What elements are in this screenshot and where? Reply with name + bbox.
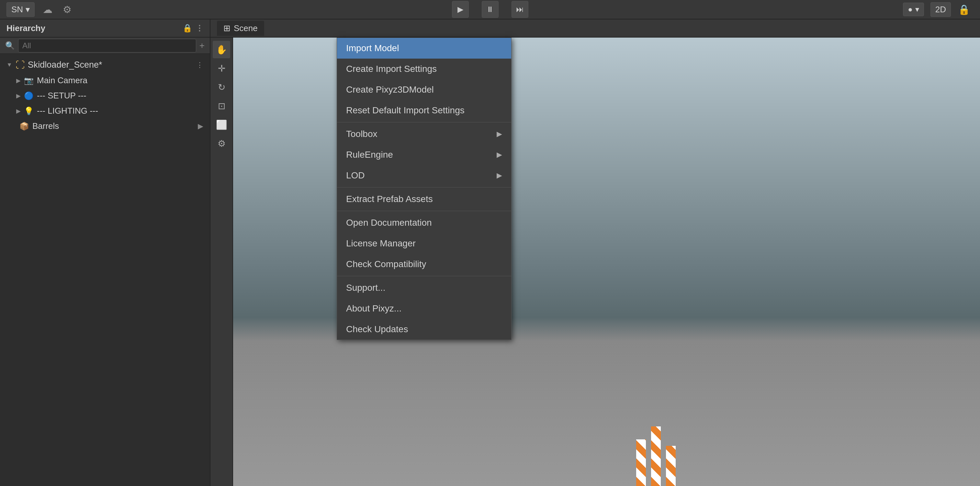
context-menu-item-about-pixyz[interactable]: About Pixyz... bbox=[337, 298, 511, 319]
barrels-label: Barrels bbox=[32, 121, 59, 131]
top-bar-right: ● ▾ 2D 🔒 bbox=[903, 2, 970, 17]
hierarchy-title: Hierarchy bbox=[6, 23, 45, 33]
view-arrow-icon: ▾ bbox=[915, 5, 919, 14]
context-menu-item-check-updates[interactable]: Check Updates bbox=[337, 319, 511, 339]
hierarchy-search-bar: 🔍 + bbox=[0, 38, 210, 54]
create-import-settings-label: Create Import Settings bbox=[346, 64, 437, 74]
toolbox-label: Toolbox bbox=[346, 129, 377, 139]
lock-icon[interactable]: 🔒 bbox=[957, 3, 970, 16]
context-menu-item-license-manager[interactable]: License Manager bbox=[337, 233, 511, 254]
scene-more-icon[interactable]: ⋮ bbox=[196, 61, 203, 69]
lod-submenu-arrow-icon: ▶ bbox=[496, 171, 502, 180]
main-camera-label: Main Camera bbox=[37, 75, 88, 86]
lighting-icon: 💡 bbox=[24, 107, 34, 116]
add-icon[interactable]: + bbox=[199, 40, 205, 51]
create-pixyz3dmodel-label: Create Pixyz3DModel bbox=[346, 84, 434, 95]
top-bar-left: SN ▾ ☁ ⚙ bbox=[6, 2, 73, 17]
barrels-arrow-icon: ▶ bbox=[198, 122, 203, 131]
barrier-2 bbox=[651, 426, 661, 486]
main-layout: Hierarchy 🔒 ⋮ 🔍 + ▼ ⛶ Skidloader_Scene* … bbox=[0, 19, 980, 486]
context-menu-separator-1 bbox=[337, 122, 511, 123]
hierarchy-search-input[interactable] bbox=[18, 39, 196, 53]
more-icon[interactable]: ⋮ bbox=[196, 24, 203, 33]
two-d-button[interactable]: 2D bbox=[931, 2, 951, 17]
tool-strip: ✋ ✛ ↻ ⊡ ⬜ ⚙ bbox=[210, 38, 233, 486]
scene-tab-label: Scene bbox=[234, 23, 258, 33]
hierarchy-content: ▼ ⛶ Skidloader_Scene* ⋮ ▶ 📷 Main Camera … bbox=[0, 54, 210, 486]
check-compatibility-label: Check Compatibility bbox=[346, 259, 426, 269]
scene-tab-grid-icon: ⊞ bbox=[223, 23, 231, 33]
lock-icon[interactable]: 🔒 bbox=[183, 24, 192, 33]
extract-prefab-assets-label: Extract Prefab Assets bbox=[346, 194, 433, 204]
ruleengine-submenu-arrow-icon: ▶ bbox=[496, 151, 502, 159]
hierarchy-item-barrels[interactable]: 📦 Barrels ▶ bbox=[0, 118, 210, 134]
pause-button[interactable]: ⏸ bbox=[482, 1, 499, 18]
lighting-expand-icon: ▶ bbox=[16, 107, 21, 115]
context-menu-item-toolbox[interactable]: Toolbox ▶ bbox=[337, 124, 511, 144]
context-menu-item-open-documentation[interactable]: Open Documentation bbox=[337, 212, 511, 233]
setup-label: --- SETUP --- bbox=[37, 91, 86, 101]
context-menu-separator-3 bbox=[337, 211, 511, 211]
scene-background: ✋ ✛ ↻ ⊡ ⬜ ⚙ Import Model bbox=[210, 38, 980, 486]
context-menu-item-check-compatibility[interactable]: Check Compatibility bbox=[337, 254, 511, 274]
check-updates-label: Check Updates bbox=[346, 324, 408, 335]
context-menu-item-create-import-settings[interactable]: Create Import Settings bbox=[337, 59, 511, 79]
rotate-tool-button[interactable]: ↻ bbox=[213, 78, 230, 96]
view-toggle[interactable]: ● ▾ bbox=[903, 3, 924, 16]
lighting-label: --- LIGHTING --- bbox=[37, 106, 98, 116]
about-pixyz-label: About Pixyz... bbox=[346, 303, 401, 314]
scene-tab-bar: ⊞ Scene bbox=[210, 19, 980, 38]
toolbox-submenu-arrow-icon: ▶ bbox=[496, 130, 502, 138]
sn-label: SN bbox=[11, 5, 23, 14]
open-documentation-label: Open Documentation bbox=[346, 218, 432, 228]
collab-icon[interactable]: ⚙ bbox=[60, 3, 73, 16]
hierarchy-header: Hierarchy 🔒 ⋮ bbox=[0, 19, 210, 38]
view-dot-icon: ● bbox=[908, 5, 913, 14]
cloud-icon[interactable]: ☁ bbox=[41, 3, 54, 16]
playback-controls: ▶ ⏸ ⏭ bbox=[452, 1, 528, 18]
context-menu-item-extract-prefab-assets[interactable]: Extract Prefab Assets bbox=[337, 189, 511, 209]
context-menu-separator-4 bbox=[337, 276, 511, 276]
hierarchy-item-lighting[interactable]: ▶ 💡 --- LIGHTING --- bbox=[0, 103, 210, 118]
license-manager-label: License Manager bbox=[346, 238, 416, 249]
context-menu: Import Model Create Import Settings Crea… bbox=[337, 38, 512, 340]
step-button[interactable]: ⏭ bbox=[512, 1, 528, 18]
barrier-3 bbox=[666, 446, 676, 486]
context-menu-item-lod[interactable]: LOD ▶ bbox=[337, 165, 511, 186]
hierarchy-item-main-camera[interactable]: ▶ 📷 Main Camera bbox=[0, 73, 210, 88]
hand-tool-button[interactable]: ✋ bbox=[213, 41, 230, 58]
scene-construction-elements bbox=[633, 177, 980, 486]
scene-icon: ⛶ bbox=[16, 60, 25, 70]
context-menu-separator-2 bbox=[337, 187, 511, 188]
context-menu-item-create-pixyz3dmodel[interactable]: Create Pixyz3DModel bbox=[337, 79, 511, 100]
rect-tool-button[interactable]: ⬜ bbox=[213, 116, 230, 134]
import-model-label: Import Model bbox=[346, 43, 399, 53]
camera-icon: 📷 bbox=[24, 76, 34, 85]
transform-tool-button[interactable]: ⚙ bbox=[213, 135, 230, 152]
scene-tab[interactable]: ⊞ Scene bbox=[217, 21, 264, 36]
reset-default-import-settings-label: Reset Default Import Settings bbox=[346, 105, 465, 116]
hierarchy-panel: Hierarchy 🔒 ⋮ 🔍 + ▼ ⛶ Skidloader_Scene* … bbox=[0, 19, 210, 486]
search-icon: 🔍 bbox=[5, 41, 15, 50]
camera-expand-icon: ▶ bbox=[16, 77, 21, 84]
play-button[interactable]: ▶ bbox=[452, 1, 469, 18]
top-bar: SN ▾ ☁ ⚙ ▶ ⏸ ⏭ ● ▾ 2D 🔒 bbox=[0, 0, 980, 19]
scene-view: ⊞ Scene ✋ ✛ ↻ ⊡ ⬜ ⚙ bbox=[210, 19, 980, 486]
lod-label: LOD bbox=[346, 170, 365, 181]
context-menu-item-reset-default-import-settings[interactable]: Reset Default Import Settings bbox=[337, 100, 511, 121]
move-tool-button[interactable]: ✛ bbox=[213, 60, 230, 77]
hierarchy-header-icons: 🔒 ⋮ bbox=[183, 24, 203, 33]
barrier-1 bbox=[636, 439, 646, 486]
expand-arrow-icon: ▼ bbox=[6, 62, 12, 69]
setup-icon: 🔵 bbox=[24, 91, 34, 100]
hierarchy-item-setup[interactable]: ▶ 🔵 --- SETUP --- bbox=[0, 88, 210, 103]
hierarchy-scene-root[interactable]: ▼ ⛶ Skidloader_Scene* ⋮ bbox=[0, 57, 210, 73]
scene-name: Skidloader_Scene* bbox=[28, 60, 102, 70]
dropdown-arrow-icon: ▾ bbox=[25, 5, 30, 14]
context-menu-item-import-model[interactable]: Import Model bbox=[337, 38, 511, 59]
context-menu-item-support[interactable]: Support... bbox=[337, 277, 511, 298]
sn-dropdown[interactable]: SN ▾ bbox=[6, 2, 35, 17]
scale-tool-button[interactable]: ⊡ bbox=[213, 97, 230, 115]
barrels-icon: 📦 bbox=[19, 122, 29, 131]
context-menu-item-ruleengine[interactable]: RuleEngine ▶ bbox=[337, 144, 511, 165]
